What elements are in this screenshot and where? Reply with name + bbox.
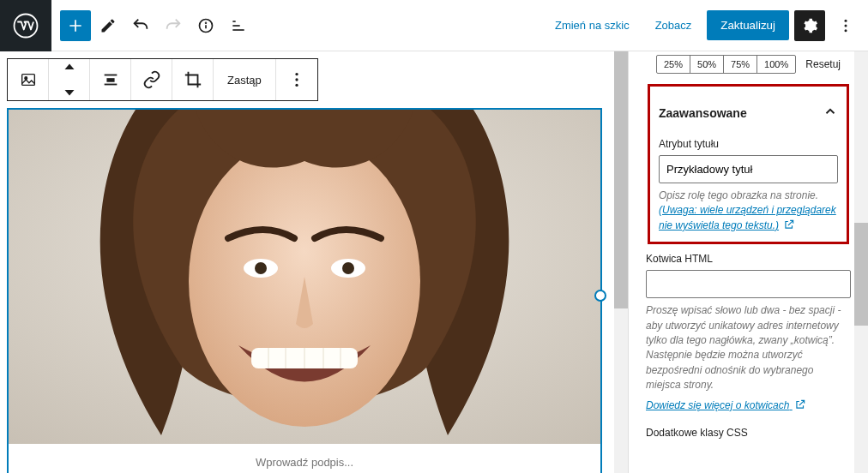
- editor-scrollbar[interactable]: [614, 51, 628, 473]
- svg-rect-6: [232, 29, 244, 31]
- svg-point-7: [845, 19, 847, 21]
- anchor-more-link[interactable]: Dowiedz się więcej o kotwicach: [646, 398, 806, 411]
- advanced-panel-toggle[interactable]: Zaawansowane: [659, 95, 838, 131]
- anchor-label: Kotwica HTML: [646, 253, 851, 265]
- size-100[interactable]: 100%: [757, 56, 795, 73]
- info-button[interactable]: [190, 10, 221, 41]
- svg-point-21: [255, 262, 267, 274]
- edit-mode-button[interactable]: [93, 10, 124, 41]
- svg-point-23: [342, 262, 354, 274]
- title-attr-help: Opisz rolę tego obrazka na stronie. (Uwa…: [659, 189, 838, 233]
- title-attr-label: Atrybut tytułu: [659, 138, 838, 150]
- replace-button[interactable]: Zastąp: [214, 59, 276, 100]
- sidebar-scrollbar[interactable]: [854, 51, 868, 473]
- more-options-button[interactable]: [830, 10, 861, 41]
- image-content[interactable]: [9, 110, 600, 444]
- settings-toggle-button[interactable]: [794, 10, 825, 41]
- reset-size-button[interactable]: Resetuj: [805, 58, 841, 70]
- undo-button[interactable]: [125, 10, 156, 41]
- size-25[interactable]: 25%: [657, 56, 690, 73]
- size-75[interactable]: 75%: [724, 56, 757, 73]
- svg-point-17: [295, 84, 298, 87]
- align-button[interactable]: [90, 59, 131, 100]
- chevron-up-icon: [823, 104, 838, 123]
- svg-rect-13: [106, 78, 114, 82]
- svg-point-8: [845, 24, 847, 27]
- switch-to-draft-link[interactable]: Zmień na szkic: [545, 12, 640, 39]
- external-link-icon: [783, 219, 795, 231]
- anchor-input[interactable]: [646, 270, 851, 298]
- svg-point-9: [845, 29, 847, 32]
- wordpress-logo[interactable]: [0, 0, 51, 51]
- size-preset-group: 25% 50% 75% 100%: [656, 55, 796, 74]
- title-attr-input[interactable]: [659, 155, 838, 183]
- add-block-button[interactable]: [60, 10, 91, 41]
- svg-rect-10: [21, 75, 34, 86]
- svg-point-16: [295, 78, 298, 81]
- svg-point-3: [206, 22, 207, 23]
- svg-rect-14: [104, 84, 117, 86]
- size-50[interactable]: 50%: [690, 56, 724, 73]
- block-more-button[interactable]: [276, 59, 317, 100]
- external-link-icon: [794, 398, 806, 410]
- resize-handle-right[interactable]: [594, 290, 606, 302]
- image-block[interactable]: Wprowadź podpis...: [7, 108, 602, 473]
- image-caption-input[interactable]: Wprowadź podpis...: [9, 444, 600, 473]
- svg-rect-12: [104, 75, 117, 76]
- link-button[interactable]: [131, 59, 172, 100]
- anchor-help: Proszę wpisać słowo lub dwa - bez spacji…: [646, 303, 851, 392]
- block-toolbar: Zastąp: [7, 58, 318, 101]
- redo-button[interactable]: [158, 10, 189, 41]
- advanced-panel-highlight: Zaawansowane Atrybut tytułu Opisz rolę t…: [648, 84, 849, 244]
- svg-rect-4: [232, 21, 235, 22]
- block-type-image-icon[interactable]: [8, 59, 49, 100]
- outline-button[interactable]: [223, 10, 254, 41]
- crop-button[interactable]: [172, 59, 214, 100]
- update-button[interactable]: Zaktualizuj: [707, 10, 789, 40]
- svg-point-15: [295, 73, 298, 75]
- move-block-buttons[interactable]: [49, 59, 90, 100]
- title-attr-help-link[interactable]: (Uwaga: wiele urządzeń i przeglądarek ni…: [659, 204, 836, 231]
- preview-link[interactable]: Zobacz: [645, 12, 702, 39]
- advanced-panel-title: Zaawansowane: [659, 106, 747, 120]
- svg-rect-5: [232, 25, 239, 27]
- css-classes-label: Dodatkowe klasy CSS: [646, 427, 851, 439]
